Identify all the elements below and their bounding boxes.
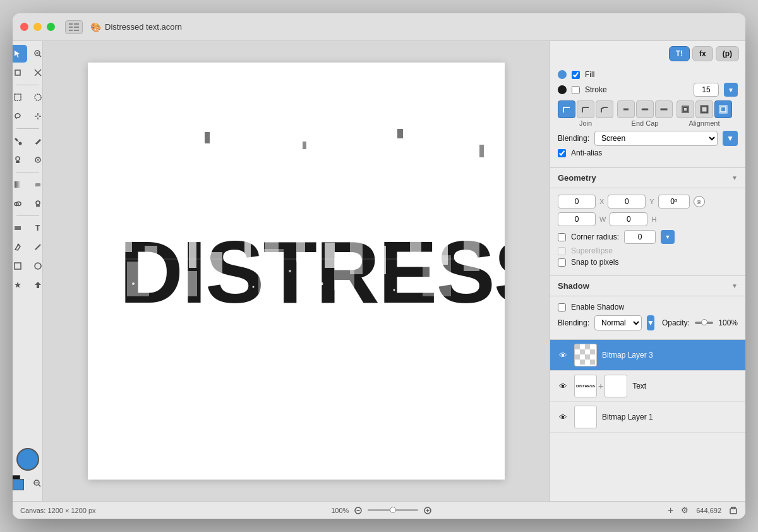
snap-pixels-checkbox[interactable] bbox=[558, 258, 566, 267]
superellipse-checkbox[interactable] bbox=[558, 247, 566, 255]
svg-rect-2 bbox=[69, 30, 73, 31]
opacity-slider[interactable] bbox=[695, 322, 713, 324]
canvas-wrapper: DISTRESS bbox=[88, 63, 505, 480]
geo-y-input[interactable] bbox=[608, 195, 646, 209]
canvas-area[interactable]: DISTRESS bbox=[43, 41, 550, 501]
layer-item-text[interactable]: 👁 DISTRESS + Text bbox=[550, 371, 745, 402]
align-center-btn[interactable] bbox=[695, 100, 713, 118]
corner-radius-dropdown[interactable]: ▼ bbox=[661, 230, 675, 244]
zoom-out-icon[interactable] bbox=[354, 506, 363, 515]
stroke-dropdown[interactable]: ▼ bbox=[724, 83, 738, 97]
layer-item-bitmap1[interactable]: 👁 Bitmap Layer 1 bbox=[550, 402, 745, 433]
svg-rect-0 bbox=[69, 23, 73, 25]
svg-point-56 bbox=[199, 136, 202, 138]
svg-rect-3 bbox=[74, 23, 79, 25]
select-tool[interactable] bbox=[13, 45, 27, 63]
gradient-tool[interactable] bbox=[13, 176, 27, 193]
svg-rect-124 bbox=[575, 354, 580, 360]
svg-rect-125 bbox=[585, 354, 590, 360]
enable-shadow-checkbox[interactable] bbox=[558, 303, 566, 311]
svg-point-38 bbox=[35, 263, 41, 269]
zoom-in-icon[interactable] bbox=[423, 506, 432, 515]
endcap-square-btn[interactable] bbox=[655, 100, 673, 118]
corner-radius-input[interactable] bbox=[624, 230, 656, 244]
layer-3-visibility-toggle[interactable]: 👁 bbox=[556, 349, 569, 361]
fill-checkbox[interactable] bbox=[572, 71, 580, 79]
svg-rect-127 bbox=[590, 360, 595, 365]
traffic-lights bbox=[20, 23, 55, 31]
geo-w-input[interactable] bbox=[558, 212, 596, 226]
pen-tool[interactable] bbox=[13, 238, 27, 256]
settings-icon[interactable]: ⚙ bbox=[681, 505, 689, 515]
join-miter-btn[interactable] bbox=[558, 100, 575, 118]
shadow-blending-dropdown[interactable]: ▼ bbox=[647, 315, 654, 330]
tab-effects[interactable]: fx bbox=[692, 46, 713, 61]
endcap-round-btn[interactable] bbox=[636, 100, 654, 118]
snap-pixels-row: Snap to pixels bbox=[558, 258, 738, 267]
file-icon: 🎨 bbox=[90, 22, 101, 32]
rect-select-tool[interactable] bbox=[13, 88, 27, 106]
sidebar-toggle-button[interactable] bbox=[65, 20, 83, 34]
geo-x-input[interactable] bbox=[558, 195, 596, 209]
tab-path[interactable]: (p) bbox=[716, 46, 739, 61]
blending-label: Blending: bbox=[558, 134, 589, 143]
join-round-btn[interactable] bbox=[577, 100, 594, 118]
svg-rect-123 bbox=[590, 349, 595, 354]
antialias-checkbox[interactable] bbox=[558, 149, 566, 157]
rect-shape-tool[interactable] bbox=[13, 219, 27, 237]
shadow-section: Enable Shadow Blending: Normal Multiply … bbox=[550, 296, 745, 340]
layers-section: 👁 bbox=[550, 340, 745, 501]
layer-text-name: Text bbox=[632, 382, 739, 390]
shadow-section-header[interactable]: Shadow ▼ bbox=[550, 276, 745, 296]
maximize-button[interactable] bbox=[47, 23, 55, 31]
geometry-chevron: ▼ bbox=[731, 174, 738, 181]
svg-rect-14 bbox=[15, 94, 21, 100]
minimize-button[interactable] bbox=[33, 23, 42, 31]
geo-angle-btn[interactable]: ◎ bbox=[694, 196, 705, 207]
align-inside-btn[interactable] bbox=[677, 100, 694, 118]
fill-row: Fill bbox=[558, 70, 738, 79]
svg-rect-122 bbox=[580, 349, 585, 354]
svg-point-87 bbox=[394, 289, 395, 291]
stroke-checkbox[interactable] bbox=[572, 86, 580, 94]
crop-tool[interactable] bbox=[13, 64, 27, 82]
align-outside-btn[interactable] bbox=[714, 100, 732, 118]
close-button[interactable] bbox=[20, 23, 28, 31]
svg-rect-37 bbox=[15, 263, 21, 269]
layer-1-visibility-toggle[interactable]: 👁 bbox=[556, 411, 569, 423]
cloud-tool[interactable] bbox=[13, 195, 27, 212]
zoom-slider[interactable] bbox=[368, 509, 418, 511]
svg-rect-70 bbox=[378, 246, 386, 274]
join-bevel-btn[interactable] bbox=[596, 100, 613, 118]
fill-color-swatch[interactable] bbox=[558, 70, 567, 79]
lasso-tool[interactable] bbox=[13, 107, 27, 125]
stroke-width-input[interactable] bbox=[694, 83, 719, 97]
geo-angle-input[interactable] bbox=[658, 195, 690, 209]
rect-outline-tool[interactable] bbox=[13, 257, 27, 275]
shadow-title: Shadow bbox=[558, 281, 589, 291]
stamp-tool[interactable] bbox=[13, 151, 27, 169]
layer-1-name: Bitmap Layer 1 bbox=[602, 413, 739, 421]
endcap-flat-btn[interactable] bbox=[617, 100, 635, 118]
delete-layer-icon[interactable] bbox=[729, 506, 738, 515]
svg-rect-109 bbox=[119, 303, 473, 305]
stroke-color-swatch[interactable] bbox=[558, 85, 567, 94]
svg-point-81 bbox=[180, 289, 183, 292]
paint-bucket-tool[interactable] bbox=[13, 132, 27, 150]
svg-marker-6 bbox=[15, 51, 20, 57]
add-layer-btn[interactable]: + bbox=[668, 505, 673, 516]
blending-select[interactable]: Screen Normal Multiply Overlay bbox=[594, 131, 718, 146]
tab-shape[interactable]: T! bbox=[669, 46, 690, 61]
layer-item-bitmap3[interactable]: 👁 bbox=[550, 340, 745, 371]
shadow-blending-select[interactable]: Normal Multiply Screen bbox=[594, 315, 642, 330]
svg-point-86 bbox=[363, 277, 366, 280]
blending-dropdown-btn[interactable]: ▼ bbox=[723, 131, 738, 146]
star-tool[interactable] bbox=[13, 276, 27, 294]
geo-h-input[interactable] bbox=[610, 212, 647, 226]
geometry-section-header[interactable]: Geometry ▼ bbox=[550, 168, 745, 188]
fg-bg-swatch[interactable] bbox=[13, 475, 25, 492]
corner-radius-checkbox[interactable] bbox=[558, 233, 566, 241]
alignment-group: Alignment bbox=[677, 100, 732, 127]
layer-text-visibility-toggle[interactable]: 👁 bbox=[556, 380, 569, 392]
color-picker[interactable] bbox=[16, 448, 39, 471]
